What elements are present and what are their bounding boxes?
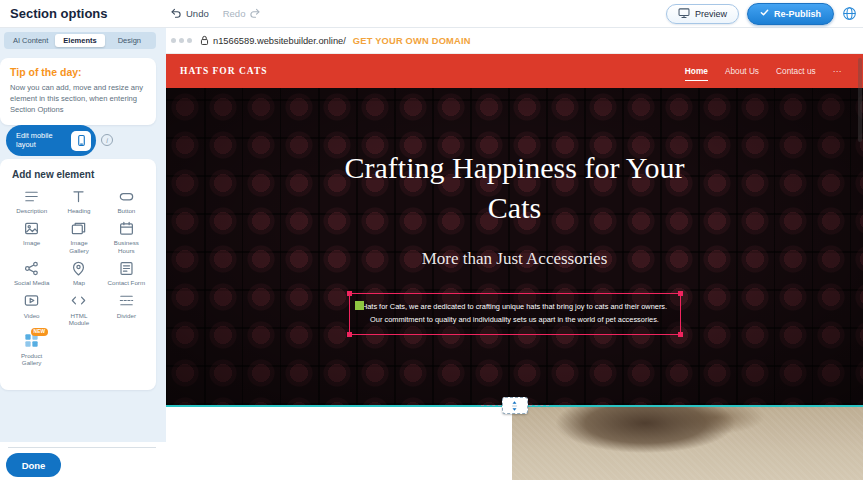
sidebar-tabs: AI Content Elements Design xyxy=(4,32,156,49)
phone-icon xyxy=(71,131,91,151)
element-label: Divider xyxy=(117,312,136,319)
element-label: HTML Module xyxy=(60,312,98,327)
sidebar-divider xyxy=(8,447,156,448)
element-label: Social Media xyxy=(14,279,49,286)
site-preview: n1566589.websitebuilder.online/ GET YOUR… xyxy=(166,28,863,480)
nav-contact-us[interactable]: Contact us xyxy=(776,54,816,88)
element-label: Heading xyxy=(67,207,90,214)
element-divider[interactable]: Divider xyxy=(103,292,150,327)
hero-content: Crafting Happiness for Your Cats More th… xyxy=(166,88,863,405)
selection-handle[interactable] xyxy=(678,332,683,337)
element-label: Button xyxy=(117,207,135,214)
element-label: Map xyxy=(73,279,85,286)
element-image-gallery[interactable]: Image Gallery xyxy=(55,219,102,254)
site-url: n1566589.websitebuilder.online/ xyxy=(213,36,346,46)
edit-mobile-layout-button[interactable]: Edit mobile layout xyxy=(6,125,96,156)
selection-handle[interactable] xyxy=(347,291,352,296)
element-heading[interactable]: Heading xyxy=(55,187,102,214)
element-label: Image xyxy=(23,239,40,246)
resize-dash xyxy=(529,405,549,406)
nav-more-icon[interactable]: ⋯ xyxy=(833,54,841,88)
info-icon[interactable]: i xyxy=(101,134,113,146)
element-label: Video xyxy=(24,312,40,319)
done-button[interactable]: Done xyxy=(6,453,61,477)
nav-home[interactable]: Home xyxy=(685,54,708,88)
element-video[interactable]: Video xyxy=(8,292,55,327)
nav-about-us[interactable]: About Us xyxy=(725,54,759,88)
business-hours-icon xyxy=(118,219,135,237)
check-icon xyxy=(760,8,769,19)
tab-label: Design xyxy=(118,36,141,45)
button-icon xyxy=(118,187,135,205)
cat-photo[interactable] xyxy=(512,407,863,480)
divider-icon xyxy=(118,292,135,310)
element-business-hours[interactable]: Business Hours xyxy=(103,219,150,254)
top-bar: Section options Undo Redo Preview xyxy=(0,0,863,28)
element-product-gallery[interactable]: NEW Product Gallery xyxy=(8,332,55,367)
redo-label: Redo xyxy=(223,8,246,19)
preview-scrollbar[interactable] xyxy=(858,58,862,142)
element-map[interactable]: Map xyxy=(55,259,102,286)
page-title: Section options xyxy=(10,0,108,27)
add-new-element-title: Add new element xyxy=(12,169,150,180)
tab-design[interactable]: Design xyxy=(105,34,154,47)
site-nav: Home About Us Contact us ⋯ xyxy=(685,54,841,88)
tab-elements[interactable]: Elements xyxy=(55,34,104,47)
section-resize-handle[interactable] xyxy=(481,397,549,414)
tip-title: Tip of the day: xyxy=(10,66,146,78)
selection-handle[interactable] xyxy=(347,332,352,337)
tab-label: Elements xyxy=(63,36,96,45)
element-button[interactable]: Button xyxy=(103,187,150,214)
hero-section[interactable]: Crafting Happiness for Your Cats More th… xyxy=(166,88,863,405)
code-icon xyxy=(70,292,87,310)
hero-paragraph: Hats for Cats, we are dedicated to craft… xyxy=(362,301,668,327)
site-header: HATS FOR CATS Home About Us Contact us ⋯ xyxy=(166,54,863,88)
hero-text-element-selected[interactable]: Hats for Cats, we are dedicated to craft… xyxy=(349,293,681,335)
add-new-element-panel: Add new element Description Heading Butt… xyxy=(0,159,156,390)
get-your-own-domain-link[interactable]: GET YOUR OWN DOMAIN xyxy=(353,36,471,46)
new-badge: NEW xyxy=(31,328,49,336)
republish-button[interactable]: Re-Publish xyxy=(747,3,834,25)
image-gallery-icon xyxy=(70,219,87,237)
hero-title[interactable]: Crafting Happiness for Your Cats xyxy=(325,148,705,227)
element-social-media[interactable]: Social Media xyxy=(8,259,55,286)
tab-ai-content[interactable]: AI Content xyxy=(6,34,55,47)
tip-body: Now you can add, move and resize any ele… xyxy=(10,82,146,115)
lock-icon xyxy=(200,35,209,46)
tip-of-the-day-card: Tip of the day: Now you can add, move an… xyxy=(0,58,156,125)
element-label: Business Hours xyxy=(107,239,145,254)
republish-label: Re-Publish xyxy=(774,9,821,19)
element-image[interactable]: Image xyxy=(8,219,55,254)
preview-label: Preview xyxy=(695,9,727,19)
undo-icon xyxy=(170,7,182,21)
site-logo[interactable]: HATS FOR CATS xyxy=(180,66,268,76)
map-pin-icon xyxy=(70,259,87,277)
element-drag-handle-green[interactable] xyxy=(355,301,364,310)
redo-icon xyxy=(249,7,261,21)
redo-button[interactable]: Redo xyxy=(223,7,262,21)
undo-button[interactable]: Undo xyxy=(170,7,209,21)
description-icon xyxy=(23,187,40,205)
browser-dot xyxy=(187,38,192,43)
browser-bar: n1566589.websitebuilder.online/ GET YOUR… xyxy=(166,28,863,54)
element-description[interactable]: Description xyxy=(8,187,55,214)
preview-button[interactable]: Preview xyxy=(666,4,739,24)
social-media-icon xyxy=(23,259,40,277)
image-icon xyxy=(23,219,40,237)
selection-handle[interactable] xyxy=(678,291,683,296)
element-html-module[interactable]: HTML Module xyxy=(55,292,102,327)
globe-icon[interactable] xyxy=(842,6,857,21)
browser-dot xyxy=(171,38,176,43)
element-label: Image Gallery xyxy=(60,239,98,254)
heading-icon xyxy=(70,187,87,205)
tab-label: AI Content xyxy=(13,36,48,45)
element-contact-form[interactable]: Contact Form xyxy=(103,259,150,286)
element-grid: Description Heading Button Image Image G… xyxy=(8,187,150,367)
hero-subtitle[interactable]: More than Just Accessories xyxy=(422,249,608,269)
monitor-icon xyxy=(678,7,690,21)
history-controls: Undo Redo xyxy=(170,0,261,27)
contact-form-icon xyxy=(118,259,135,277)
edit-mobile-label: Edit mobile layout xyxy=(16,132,65,150)
app: Section options Undo Redo Preview xyxy=(0,0,863,480)
resize-dash xyxy=(481,405,501,406)
